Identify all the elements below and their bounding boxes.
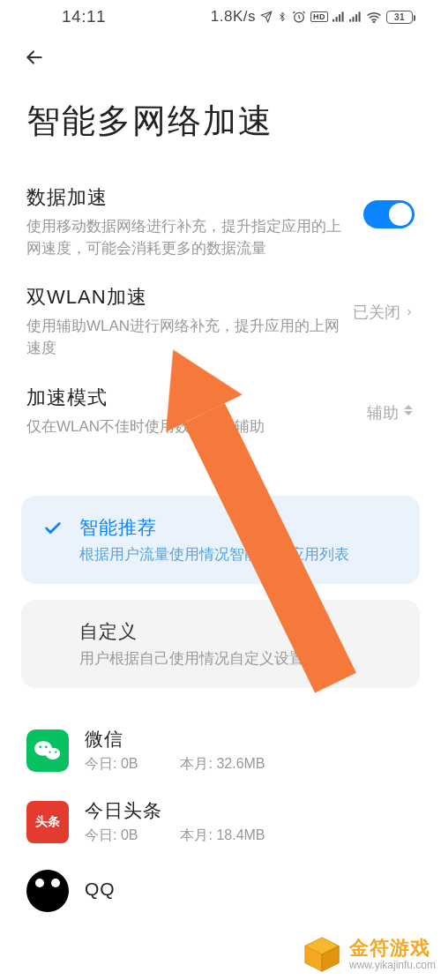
mode-cards: 智能推荐 根据用户流量使用情况智能推荐应用列表 自定义 用户根据自己使用情况自定… [0, 462, 441, 688]
qq-icon [26, 870, 69, 912]
watermark-brand: 金符游戏 [349, 938, 436, 959]
svg-point-11 [46, 747, 61, 759]
svg-point-9 [373, 21, 375, 23]
app-name: QQ [85, 879, 415, 900]
wifi-icon [366, 11, 382, 23]
app-row-wechat[interactable]: 微信 今日: 0B 本月: 32.6MB [26, 714, 415, 786]
toggle-data-accel[interactable] [363, 200, 415, 228]
setting-title: 加速模式 [26, 385, 356, 411]
battery-pct: 31 [394, 12, 405, 22]
setting-desc: 仅在WLAN不佳时使用数据流量辅助 [26, 416, 356, 438]
svg-marker-18 [322, 946, 339, 971]
bluetooth-icon [277, 10, 288, 24]
app-list: 微信 今日: 0B 本月: 32.6MB 头条 今日头条 今日: 0B 本月: … [0, 688, 441, 924]
svg-rect-3 [339, 14, 340, 21]
setting-accel-mode[interactable]: 加速模式 仅在WLAN不佳时使用数据流量辅助 辅助 [0, 385, 441, 463]
setting-desc: 使用辅助WLAN进行网络补充，提升应用的上网速度 [26, 316, 342, 359]
app-month: 本月: 32.6MB [180, 755, 265, 774]
app-row-qq[interactable]: QQ [26, 857, 415, 924]
alarm-icon [292, 10, 306, 24]
status-time: 14:11 [62, 7, 106, 26]
setting-title: 数据加速 [26, 184, 353, 211]
card-desc: 用户根据自己使用情况自定义设置 [79, 649, 400, 669]
setting-title: 双WLAN加速 [26, 284, 342, 310]
card-custom[interactable]: 自定义 用户根据自己使用情况自定义设置 [21, 600, 420, 688]
watermark-url: www.yikajinfu.com [349, 960, 436, 971]
setting-value: 辅助 [367, 402, 399, 423]
svg-rect-2 [336, 17, 338, 22]
svg-point-13 [45, 745, 48, 748]
status-right: 1.8K/s HD 31 [211, 8, 413, 26]
svg-rect-4 [342, 11, 344, 21]
wechat-icon [26, 729, 69, 772]
app-row-toutiao[interactable]: 头条 今日头条 今日: 0B 本月: 18.4MB [26, 786, 415, 857]
watermark: 金符游戏 www.yikajinfu.com [302, 934, 436, 975]
cube-icon [302, 934, 342, 975]
app-name: 微信 [85, 727, 415, 752]
status-bar: 14:11 1.8K/s HD 31 [0, 0, 441, 28]
svg-marker-17 [305, 946, 322, 971]
app-name: 今日头条 [85, 798, 415, 823]
svg-rect-5 [349, 19, 351, 22]
setting-value-wrap: 辅助 [367, 402, 415, 423]
card-title: 智能推荐 [79, 515, 400, 540]
svg-rect-8 [359, 11, 361, 21]
check-icon [41, 515, 65, 538]
signal-2-icon [349, 11, 362, 22]
card-smart-recommend[interactable]: 智能推荐 根据用户流量使用情况智能推荐应用列表 [21, 496, 420, 584]
svg-point-14 [49, 751, 50, 752]
hd-icon: HD [310, 11, 328, 22]
send-icon [260, 11, 273, 23]
updown-icon [402, 405, 415, 421]
app-month: 本月: 18.4MB [180, 827, 265, 845]
chevron-right-icon [404, 307, 415, 318]
battery-icon: 31 [386, 11, 413, 24]
app-today: 今日: 0B [85, 827, 138, 845]
svg-point-15 [55, 751, 56, 752]
back-button[interactable] [21, 44, 48, 71]
setting-value-wrap: 已关闭 [353, 302, 415, 323]
card-desc: 根据用户流量使用情况智能推荐应用列表 [79, 545, 400, 565]
svg-point-12 [39, 745, 41, 748]
setting-desc: 使用移动数据网络进行补充，提升指定应用的上网速度，可能会消耗更多的数据流量 [26, 216, 353, 259]
setting-data-accel[interactable]: 数据加速 使用移动数据网络进行补充，提升指定应用的上网速度，可能会消耗更多的数据… [0, 184, 441, 284]
svg-marker-16 [305, 938, 339, 954]
settings-list: 数据加速 使用移动数据网络进行补充，提升指定应用的上网速度，可能会消耗更多的数据… [0, 184, 441, 462]
signal-1-icon [333, 11, 345, 22]
svg-rect-1 [333, 19, 334, 22]
setting-dual-wlan[interactable]: 双WLAN加速 使用辅助WLAN进行网络补充，提升应用的上网速度 已关闭 [0, 284, 441, 384]
status-net-speed: 1.8K/s [211, 8, 256, 26]
card-title: 自定义 [79, 619, 400, 644]
toutiao-icon: 头条 [26, 801, 69, 843]
page-title: 智能多网络加速 [0, 74, 441, 184]
svg-rect-7 [355, 14, 357, 21]
setting-value: 已关闭 [353, 302, 400, 323]
svg-rect-6 [353, 17, 355, 22]
app-today: 今日: 0B [85, 755, 138, 774]
